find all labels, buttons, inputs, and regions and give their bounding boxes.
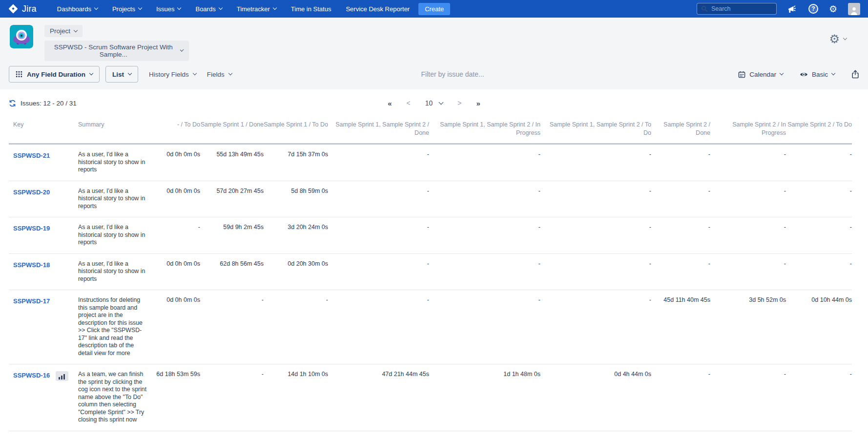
issue-date-filter-input[interactable] (421, 70, 549, 78)
issue-key-link[interactable]: SSPWSD-20 (13, 189, 50, 196)
duration-cell: 0d 10h 44m 0s (786, 290, 852, 364)
duration-cell: - (540, 290, 651, 364)
chevron-down-icon (439, 100, 444, 105)
issue-key-link[interactable]: SSPWSD-19 (13, 225, 50, 232)
column-header-sprint1-2-inprogress[interactable]: Sample Sprint 1, Sample Sprint 2 / In Pr… (429, 114, 540, 144)
top-navigation: Jira Dashboards Projects Issues Boards T… (0, 0, 868, 18)
brand-name: Jira (22, 4, 37, 14)
nav-item-dashboards[interactable]: Dashboards (57, 5, 98, 13)
table-row: SSPWSD-20 As a user, I'd like a historic… (9, 181, 852, 217)
nav-menu: Dashboards Projects Issues Boards Timetr… (57, 5, 410, 13)
chevron-down-icon (831, 71, 835, 75)
create-button[interactable]: Create (418, 3, 450, 15)
pagination: « < 10 > » (388, 99, 480, 107)
duration-cell: - (156, 217, 200, 254)
duration-cell: - (328, 253, 429, 290)
duration-cell: 5d 8h 59m 0s (264, 181, 328, 217)
issue-summary: Instructions for deleting this sample bo… (78, 296, 143, 357)
duration-cell: - (710, 364, 786, 431)
duration-cell: 0d 4h 44m 0s (540, 364, 651, 431)
history-fields-dropdown[interactable]: History Fields (149, 71, 196, 78)
nav-item-issues[interactable]: Issues (156, 5, 181, 13)
column-header-sprint1-2-todo[interactable]: Sample Sprint 1, Sample Sprint 2 / To Do (540, 114, 651, 144)
column-header-sprint2-todo[interactable]: Sample Sprint 2 / To Do (786, 114, 852, 144)
table-row: SSPWSD-17 Instructions for deleting this… (9, 290, 852, 364)
project-selectors: Project SSPWSD - Scrum Software Project … (44, 25, 189, 61)
chevron-down-icon (74, 28, 78, 32)
issue-key-link[interactable]: SSPWSD-18 (13, 261, 50, 269)
grid-icon (16, 71, 22, 78)
duration-cell: 45d 11h 40m 45s (651, 290, 710, 364)
column-header-sprint1-todo[interactable]: Sample Sprint 1 / To Do (264, 114, 328, 144)
jira-brand[interactable]: Jira (8, 3, 37, 14)
filter-toolbar: Any Field Duration List History Fields F… (0, 63, 868, 84)
chevron-down-icon (180, 48, 184, 52)
duration-cell: - (710, 181, 786, 217)
chevron-down-icon (273, 6, 277, 10)
project-header: Project SSPWSD - Scrum Software Project … (0, 18, 868, 63)
issue-summary: As a user, I'd like a historical story t… (78, 260, 145, 282)
duration-cell: - (651, 217, 710, 254)
column-header-sprint2-done[interactable]: Sample Sprint 2 / Done (651, 114, 710, 144)
duration-cell: 3d 20h 24m 0s (264, 217, 328, 254)
column-header-sprint2-inprogress[interactable]: Sample Sprint 2 / In Progress (710, 114, 786, 144)
column-header-key[interactable]: Key (9, 114, 78, 144)
search-input[interactable] (711, 5, 770, 12)
chevron-down-icon (128, 71, 132, 75)
project-type-dropdown[interactable]: Project (44, 25, 83, 37)
field-duration-dropdown[interactable]: Any Field Duration (9, 66, 100, 83)
column-header-sprint1-done[interactable]: Sample Sprint 1 / Done (200, 114, 264, 144)
nav-item-time-in-status[interactable]: Time in Status (291, 5, 331, 13)
duration-cell: - (200, 290, 264, 364)
table-row: SSPWSD-21 As a user, I'd like a historic… (9, 144, 852, 181)
issue-key-link[interactable]: SSPWSD-21 (13, 152, 50, 159)
chart-icon[interactable] (56, 371, 68, 381)
duration-cell: 0d 0h 0m 0s (156, 181, 200, 217)
duration-cell: - (429, 217, 540, 254)
page-size-dropdown[interactable]: 10 (425, 99, 443, 107)
previous-page-button[interactable]: < (407, 99, 411, 107)
issue-key-link[interactable]: SSPWSD-17 (13, 297, 50, 305)
chevron-down-icon (94, 6, 98, 10)
column-header-summary[interactable]: Summary (78, 114, 156, 144)
nav-item-timetracker[interactable]: Timetracker (237, 5, 276, 13)
announcements-icon[interactable] (787, 4, 798, 14)
nav-item-boards[interactable]: Boards (195, 5, 222, 13)
chevron-down-icon (218, 6, 222, 10)
issues-table-body: SSPWSD-21 As a user, I'd like a historic… (9, 144, 852, 431)
fields-dropdown[interactable]: Fields (207, 71, 232, 78)
duration-cell: - (786, 364, 852, 431)
issues-table-container: Key Summary - / To Do Sample Sprint 1 / … (0, 114, 868, 431)
calendar-dropdown[interactable]: Calendar (738, 71, 783, 78)
next-page-button[interactable]: > (457, 99, 461, 107)
refresh-icon[interactable] (9, 100, 16, 107)
column-header-none-todo[interactable]: - / To Do (156, 114, 200, 144)
duration-cell: - (328, 290, 429, 364)
first-page-button[interactable]: « (388, 99, 392, 107)
chevron-down-icon (138, 6, 142, 10)
view-mode-dropdown[interactable]: Basic (800, 71, 835, 78)
duration-cell: - (429, 290, 540, 364)
duration-cell: - (786, 253, 852, 290)
project-select-dropdown[interactable]: SSPWSD - Scrum Software Project With Sam… (44, 41, 189, 61)
report-settings-dropdown[interactable]: ⚙ (829, 33, 847, 45)
duration-cell: - (429, 181, 540, 217)
duration-cell: 55d 13h 49m 45s (200, 144, 264, 181)
nav-item-service-desk-reporter[interactable]: Service Desk Reporter (346, 5, 410, 13)
view-type-dropdown[interactable]: List (105, 66, 138, 83)
export-button[interactable] (851, 70, 859, 79)
duration-cell: - (710, 217, 786, 254)
help-icon[interactable]: ? (808, 4, 818, 14)
last-page-button[interactable]: » (476, 99, 480, 107)
table-header: Key Summary - / To Do Sample Sprint 1 / … (9, 114, 852, 144)
chevron-down-icon (193, 71, 197, 75)
issue-key-link[interactable]: SSPWSD-16 (13, 372, 50, 379)
duration-cell: - (328, 144, 429, 181)
issues-count-label: Issues: 12 - 20 / 31 (21, 100, 77, 107)
settings-icon[interactable]: ⚙ (829, 4, 837, 14)
user-avatar[interactable] (848, 3, 860, 15)
duration-cell: 1d 1h 48m 0s (429, 364, 540, 431)
global-search[interactable] (697, 3, 777, 15)
column-header-sprint1-2-done[interactable]: Sample Sprint 1, Sample Sprint 2 / Done (328, 114, 429, 144)
nav-item-projects[interactable]: Projects (112, 5, 142, 13)
